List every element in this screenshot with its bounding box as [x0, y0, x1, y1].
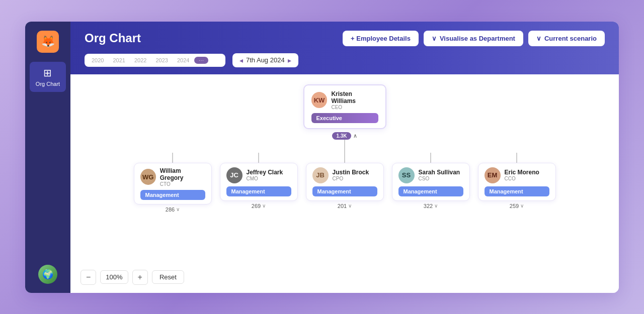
- timeline-bar[interactable]: 2020 2021 2022 2023 2024: [85, 54, 225, 67]
- chevron-down-icon-2: ∨: [536, 35, 541, 42]
- child-expand-1[interactable]: 269 ∨: [252, 203, 266, 209]
- employee-details-button[interactable]: + Employee Details: [343, 31, 419, 46]
- ceo-card[interactable]: KW Kristen Williams CEO Executive: [303, 84, 386, 129]
- child-card-header-4: EM Eric Moreno CCO: [485, 167, 549, 183]
- sidebar-bottom: 🌍: [38, 265, 57, 284]
- child-col-0: WG William Gregory CTO Management 286 ∨: [134, 153, 212, 213]
- chevron-down-icon-child-2: ∨: [348, 203, 352, 208]
- chevron-down-icon-child-4: ∨: [520, 203, 524, 208]
- child-dept-badge-2: Management: [312, 186, 377, 196]
- child-connector-2: [344, 153, 345, 163]
- children-row: WG William Gregory CTO Management 286 ∨ …: [70, 153, 619, 213]
- child-count-0: 286: [166, 206, 175, 213]
- ceo-count: 1.3K: [332, 132, 351, 140]
- logo-icon: 🦊: [41, 35, 55, 48]
- child-expand-4[interactable]: 259 ∨: [510, 203, 524, 209]
- child-card-1[interactable]: JC Jeffrey Clark CMO Management: [220, 163, 298, 201]
- ceo-card-header: KW Kristen Williams CEO: [311, 90, 378, 110]
- chevron-down-icon-child-0: ∨: [176, 206, 180, 212]
- child-count-4: 259: [510, 203, 519, 209]
- visualise-label: Visualise as Department: [440, 35, 515, 42]
- timeline-years: 2020 2021 2022 2023 2024: [92, 57, 189, 63]
- child-role-4: CCO: [505, 176, 539, 181]
- child-name-4: Eric Moreno: [505, 169, 539, 176]
- visualise-department-button[interactable]: ∨ Visualise as Department: [424, 31, 523, 46]
- child-card-header-2: JB Justin Brock CPO: [312, 167, 377, 183]
- app-logo: 🦊: [37, 31, 59, 53]
- sidebar-item-org-chart[interactable]: ⊞ Org Chart: [30, 62, 66, 92]
- chevron-down-icon: ∨: [432, 35, 437, 42]
- child-name-0: William Gregory: [160, 167, 205, 181]
- page-title: Org Chart: [85, 31, 141, 45]
- child-avatar-1: JC: [226, 167, 243, 183]
- child-name-1: Jeffrey Clark: [247, 169, 283, 176]
- date-arrow-right: ▸: [288, 56, 291, 64]
- child-card-2[interactable]: JB Justin Brock CPO Management: [306, 163, 384, 201]
- app-window: 🦊 ⊞ Org Chart 🌍 Org Chart + Employee Det…: [25, 22, 619, 293]
- child-connector-4: [516, 153, 517, 163]
- child-role-2: CPO: [333, 176, 369, 181]
- bottom-bar: − 100% + Reset: [80, 270, 184, 285]
- ceo-name: Kristen Williams: [331, 90, 378, 104]
- child-col-4: EM Eric Moreno CCO Management 259 ∨: [478, 153, 556, 209]
- user-avatar[interactable]: 🌍: [38, 265, 57, 284]
- date-selector[interactable]: ◂ 7th Aug 2024 ▸: [232, 53, 298, 67]
- child-connector-0: [172, 153, 173, 163]
- child-dept-badge-3: Management: [398, 186, 463, 196]
- child-count-2: 201: [338, 203, 347, 209]
- child-count-3: 322: [424, 203, 433, 209]
- sidebar-item-label: Org Chart: [36, 81, 60, 87]
- ceo-info: Kristen Williams CEO: [331, 90, 378, 110]
- chevron-down-icon-child-3: ∨: [434, 203, 438, 208]
- child-expand-3[interactable]: 322 ∨: [424, 203, 438, 209]
- timeline-thumb[interactable]: [194, 57, 208, 64]
- child-avatar-2: JB: [312, 167, 329, 183]
- child-name-2: Justin Brock: [333, 169, 369, 176]
- child-expand-0[interactable]: 286 ∨: [166, 206, 180, 213]
- header-controls: 2020 2021 2022 2023 2024 ◂ 7th Aug 2024 …: [85, 53, 605, 67]
- child-card-header-3: SS Sarah Sullivan CSO: [398, 167, 463, 183]
- child-connector-3: [430, 153, 431, 163]
- org-chart-icon: ⊞: [43, 67, 52, 79]
- child-card-0[interactable]: WG William Gregory CTO Management: [134, 163, 212, 204]
- sidebar: 🦊 ⊞ Org Chart 🌍: [25, 22, 70, 293]
- child-dept-badge-1: Management: [226, 186, 291, 196]
- ceo-avatar: KW: [311, 92, 328, 108]
- header-top: Org Chart + Employee Details ∨ Visualise…: [85, 31, 605, 46]
- date-value: 7th Aug 2024: [246, 56, 285, 64]
- chevron-down-icon-child-1: ∨: [262, 203, 266, 208]
- year-2020: 2020: [92, 57, 104, 63]
- zoom-value: 100%: [100, 270, 128, 284]
- avatar-icon: 🌍: [42, 269, 53, 280]
- child-card-header-0: WG William Gregory CTO: [140, 167, 205, 187]
- child-card-3[interactable]: SS Sarah Sullivan CSO Management: [392, 163, 470, 201]
- child-expand-2[interactable]: 201 ∨: [338, 203, 352, 209]
- child-role-0: CTO: [160, 181, 205, 187]
- year-2022: 2022: [134, 57, 146, 63]
- child-card-4[interactable]: EM Eric Moreno CCO Management: [478, 163, 556, 201]
- org-chart-area: KW Kristen Williams CEO Executive 1.3K ∧: [70, 74, 619, 293]
- ceo-role: CEO: [331, 104, 378, 110]
- child-dept-badge-0: Management: [140, 190, 205, 200]
- main-area: Org Chart + Employee Details ∨ Visualise…: [70, 22, 619, 293]
- current-scenario-button[interactable]: ∨ Current scenario: [528, 31, 605, 46]
- child-dept-badge-4: Management: [485, 186, 549, 196]
- child-role-1: CMO: [247, 176, 283, 181]
- child-col-3: SS Sarah Sullivan CSO Management 322 ∨: [392, 153, 470, 209]
- child-avatar-4: EM: [485, 167, 501, 183]
- zoom-out-button[interactable]: −: [80, 270, 96, 285]
- child-role-3: CSO: [419, 176, 460, 181]
- child-col-1: JC Jeffrey Clark CMO Management 269 ∨: [220, 153, 298, 209]
- ceo-initials: KW: [314, 96, 325, 104]
- child-avatar-0: WG: [140, 169, 156, 185]
- header-actions: + Employee Details ∨ Visualise as Depart…: [343, 31, 605, 46]
- scenario-label: Current scenario: [544, 35, 597, 42]
- ceo-dept-badge: Executive: [311, 113, 378, 123]
- year-2023: 2023: [155, 57, 168, 63]
- reset-button[interactable]: Reset: [152, 270, 184, 284]
- ceo-expand-button[interactable]: 1.3K ∧: [332, 132, 357, 140]
- connector-vertical-ceo: [344, 140, 345, 153]
- child-col-2: JB Justin Brock CPO Management 201 ∨: [306, 153, 384, 209]
- zoom-in-button[interactable]: +: [132, 270, 148, 285]
- child-count-1: 269: [252, 203, 261, 209]
